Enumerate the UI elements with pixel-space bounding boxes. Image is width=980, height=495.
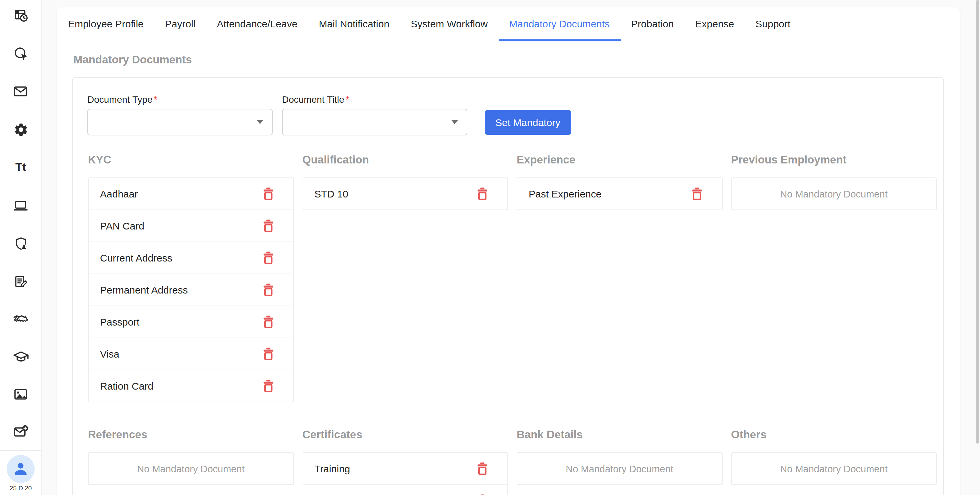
click-tracker-icon[interactable]	[0, 39, 41, 68]
delete-document-button[interactable]	[692, 187, 702, 200]
document-list: No Mandatory Document	[88, 452, 294, 485]
empty-placeholder: No Mandatory Document	[732, 178, 936, 209]
scrollbar[interactable]	[976, 0, 979, 444]
section-title: Previous Employment	[731, 153, 937, 166]
app-root: Tt	[0, 0, 980, 495]
image-gallery-icon[interactable]	[0, 380, 41, 409]
graduation-cap-icon[interactable]	[0, 342, 41, 372]
settings-gear-icon[interactable]	[0, 115, 41, 144]
section-title: Qualification	[302, 153, 508, 166]
document-title-select[interactable]	[282, 109, 467, 136]
document-row: Visa	[89, 338, 293, 370]
document-sections-grid: KYCAadhaarPAN CardCurrent AddressPermane…	[73, 153, 943, 495]
section-bank-details: Bank DetailsNo Mandatory Document	[517, 402, 722, 495]
empty-placeholder: No Mandatory Document	[517, 453, 722, 484]
document-label: Passport	[100, 316, 139, 327]
tab-support[interactable]: Support	[745, 7, 801, 42]
document-label: Past Experience	[529, 188, 601, 200]
tab-system-workflow[interactable]: System Workflow	[400, 7, 498, 42]
document-list: No Mandatory Document	[517, 452, 722, 485]
document-label: Visa	[100, 348, 119, 359]
section-qualification: QualificationSTD 10	[302, 153, 508, 402]
document-list: STD 10	[302, 177, 508, 210]
schedule-table-icon[interactable]	[0, 1, 41, 30]
document-list: TrainingCertificate	[302, 452, 508, 495]
document-row: Training	[303, 453, 508, 485]
delete-document-button[interactable]	[263, 348, 273, 360]
delete-document-button[interactable]	[263, 380, 273, 392]
tab-mandatory-documents[interactable]: Mandatory Documents	[498, 7, 620, 42]
document-list: No Mandatory Document	[731, 452, 937, 485]
tab-probation[interactable]: Probation	[620, 7, 684, 42]
laptop-icon[interactable]	[0, 191, 41, 220]
document-type-select[interactable]	[88, 109, 273, 136]
section-references: ReferencesNo Mandatory Document	[88, 402, 294, 495]
section-title: Bank Details	[517, 428, 722, 441]
empty-placeholder: No Mandatory Document	[732, 453, 936, 484]
document-title-field: Document Title*	[282, 94, 467, 136]
set-mandatory-form: Document Type* Document Title* Set Manda…	[73, 78, 943, 136]
section-others: OthersNo Mandatory Document	[731, 402, 937, 495]
caret-down-icon	[451, 120, 458, 124]
document-row: Past Experience	[517, 178, 722, 209]
handshake-icon[interactable]	[0, 305, 41, 334]
section-title: KYC	[88, 153, 294, 166]
tab-payroll[interactable]: Payroll	[154, 7, 206, 42]
delete-document-button[interactable]	[477, 462, 487, 475]
caret-down-icon	[257, 120, 263, 124]
document-row: Current Address	[89, 242, 293, 274]
document-row: Ration Card	[89, 370, 293, 402]
sidebar: Tt	[0, 0, 42, 495]
section-title: Others	[731, 428, 937, 441]
mandatory-documents-panel: Document Type* Document Title* Set Manda…	[72, 77, 944, 495]
tab-expense[interactable]: Expense	[685, 7, 745, 42]
section-previous-employment: Previous EmploymentNo Mandatory Document	[731, 153, 937, 402]
delete-document-button[interactable]	[263, 252, 273, 264]
page-title: Mandatory Documents	[73, 53, 960, 66]
mail-add-icon[interactable]	[0, 417, 41, 446]
text-format-icon[interactable]: Tt	[0, 153, 41, 182]
required-marker: *	[154, 94, 158, 105]
document-label: Aadhaar	[100, 188, 138, 200]
document-type-label: Document Type*	[88, 94, 273, 105]
document-label: PAN Card	[100, 220, 144, 232]
document-label: Ration Card	[100, 380, 153, 391]
tab-attendance-leave[interactable]: Attendance/Leave	[206, 7, 308, 42]
shield-user-icon[interactable]	[0, 229, 41, 258]
section-title: Certificates	[302, 428, 508, 441]
section-certificates: CertificatesTrainingCertificate	[302, 402, 508, 495]
document-edit-icon[interactable]	[0, 267, 41, 296]
empty-placeholder: No Mandatory Document	[89, 453, 293, 484]
delete-document-button[interactable]	[263, 187, 273, 200]
tab-bar: Employee ProfilePayrollAttendance/LeaveM…	[57, 7, 960, 42]
document-label: Current Address	[100, 252, 172, 263]
section-experience: ExperiencePast Experience	[517, 153, 722, 402]
document-row: Permanent Address	[89, 274, 293, 306]
document-label: Permanent Address	[100, 284, 188, 295]
section-title: Experience	[517, 153, 722, 166]
document-type-field: Document Type*	[88, 94, 273, 136]
section-kyc: KYCAadhaarPAN CardCurrent AddressPermane…	[88, 153, 294, 402]
delete-document-button[interactable]	[263, 219, 273, 232]
document-label: STD 10	[314, 188, 348, 200]
document-title-label: Document Title*	[282, 94, 467, 105]
delete-document-button[interactable]	[263, 316, 273, 328]
document-list: Past Experience	[517, 177, 722, 210]
set-mandatory-button[interactable]: Set Mandatory	[485, 110, 571, 135]
avatar[interactable]	[7, 455, 35, 483]
document-row: PAN Card	[89, 210, 293, 242]
document-row: Certificate	[303, 485, 508, 495]
delete-document-button[interactable]	[477, 187, 487, 200]
content-card: Employee ProfilePayrollAttendance/LeaveM…	[57, 7, 960, 495]
tab-mail-notification[interactable]: Mail Notification	[308, 7, 400, 42]
document-list: AadhaarPAN CardCurrent AddressPermanent …	[88, 177, 294, 402]
document-row: STD 10	[303, 178, 508, 209]
section-title: References	[88, 428, 294, 441]
tab-employee-profile[interactable]: Employee Profile	[57, 7, 154, 42]
mail-icon[interactable]	[0, 77, 41, 106]
sidebar-footer: 25.D.20	[0, 450, 41, 495]
delete-document-button[interactable]	[263, 284, 273, 296]
document-row: Aadhaar	[89, 178, 293, 210]
document-row: Passport	[89, 306, 293, 338]
avatar-label: 25.D.20	[0, 484, 41, 492]
